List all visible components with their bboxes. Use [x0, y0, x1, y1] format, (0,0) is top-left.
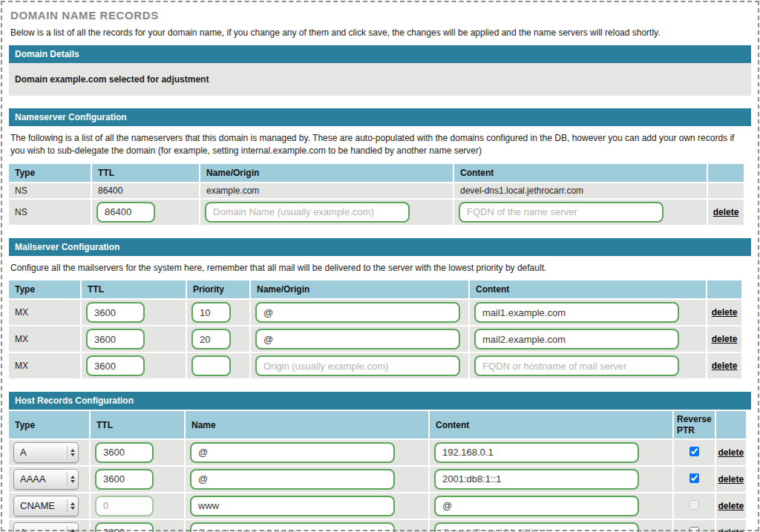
- ttl-input[interactable]: [86, 302, 145, 323]
- record-type-select[interactable]: AAAA: [13, 469, 79, 490]
- nameserver-row-readonly: NS 86400 example.com devel-dns1.local.je…: [9, 183, 744, 198]
- ttl-input[interactable]: [86, 355, 145, 376]
- ttl-input[interactable]: [95, 442, 154, 463]
- column-header-actions: [708, 164, 744, 182]
- page-title: DOMAIN NAME RECORDS: [10, 9, 751, 22]
- cell-actions: delete: [716, 520, 746, 532]
- name-input[interactable]: [190, 522, 395, 532]
- record-type-value: A: [20, 527, 65, 532]
- name-input[interactable]: [190, 442, 395, 463]
- delete-link[interactable]: delete: [718, 447, 744, 458]
- record-type-value: CNAME: [20, 500, 65, 511]
- delete-link[interactable]: delete: [713, 207, 739, 217]
- name-origin-input[interactable]: [255, 302, 460, 323]
- nameserver-header-row: Type TTL Name/Origin Content: [9, 164, 744, 182]
- name-origin-input[interactable]: [205, 202, 410, 223]
- delete-link[interactable]: delete: [718, 474, 744, 485]
- host-record-row: CNAME delete: [9, 493, 746, 519]
- record-type-value: A: [20, 447, 65, 458]
- column-header-content: Content: [470, 280, 706, 298]
- content-input[interactable]: [434, 522, 639, 532]
- nameserver-row-editable: NS delete: [9, 200, 744, 225]
- domain-selected-message: Domain example.com selected for adjustme…: [9, 63, 751, 96]
- ttl-input[interactable]: [86, 329, 145, 349]
- select-stepper-icon: [71, 529, 75, 532]
- cell-content: [430, 467, 672, 492]
- cell-reverse-ptr: [674, 493, 715, 519]
- column-header-actions: [716, 411, 746, 439]
- cell-name: [186, 520, 428, 532]
- host-record-row: A delete: [9, 440, 746, 465]
- content-input[interactable]: [434, 496, 639, 516]
- record-type-select[interactable]: CNAME: [13, 496, 79, 516]
- mailserver-row: MX delete: [9, 300, 741, 325]
- content-input[interactable]: [474, 329, 679, 349]
- record-type-select[interactable]: A: [13, 522, 79, 532]
- reverse-ptr-checkbox[interactable]: [689, 527, 699, 532]
- nameserver-description: The following is a list of all the names…: [10, 132, 749, 158]
- name-origin-input[interactable]: [255, 329, 460, 349]
- content-input[interactable]: [474, 302, 679, 323]
- cell-type: MX: [9, 326, 80, 352]
- cell-ttl: [91, 493, 184, 519]
- mailserver-header-row: Type TTL Priority Name/Origin Content: [9, 280, 741, 298]
- delete-link[interactable]: delete: [718, 528, 744, 532]
- mailserver-row: MX delete: [9, 326, 741, 352]
- nameserver-table: Type TTL Name/Origin Content NS 86400 ex…: [7, 162, 745, 226]
- column-header-name-origin: Name/Origin: [200, 164, 453, 182]
- cell-ttl: [91, 520, 184, 532]
- cell-ttl: [92, 200, 199, 225]
- host-records-section: Host Records Configuration Type TTL Name…: [9, 392, 751, 532]
- cell-type: MX: [9, 353, 80, 378]
- cell-content: [430, 520, 672, 532]
- delete-link[interactable]: delete: [718, 501, 744, 511]
- content-input[interactable]: [434, 469, 639, 490]
- column-header-content: Content: [454, 164, 707, 182]
- name-input[interactable]: [190, 469, 395, 490]
- cell-type: A: [9, 520, 89, 532]
- name-origin-input[interactable]: [255, 355, 460, 376]
- content-input[interactable]: [434, 442, 639, 463]
- cell-type: A: [9, 440, 89, 465]
- content-input[interactable]: [474, 355, 679, 376]
- cell-actions: delete: [707, 300, 741, 325]
- priority-input[interactable]: [191, 329, 231, 349]
- ttl-input[interactable]: [96, 202, 155, 223]
- cell-type: NS: [9, 183, 91, 198]
- reverse-ptr-checkbox[interactable]: [689, 447, 699, 456]
- cell-name: [186, 493, 428, 519]
- cell-content: [430, 493, 672, 519]
- host-record-row: A delete: [9, 520, 746, 532]
- column-header-actions: [707, 280, 741, 298]
- content-input[interactable]: [459, 202, 664, 223]
- cell-content: [430, 440, 672, 465]
- ttl-input[interactable]: [95, 469, 154, 490]
- column-header-type: Type: [9, 411, 89, 439]
- cell-priority: [187, 300, 249, 325]
- cell-ttl: [82, 353, 186, 378]
- name-input[interactable]: [190, 496, 395, 516]
- delete-link[interactable]: delete: [712, 307, 738, 318]
- cell-type: AAAA: [9, 467, 89, 492]
- cell-reverse-ptr: [674, 440, 715, 465]
- cell-content: [470, 326, 706, 352]
- priority-input[interactable]: [191, 302, 231, 323]
- ttl-input[interactable]: [95, 522, 154, 532]
- reverse-ptr-checkbox[interactable]: [689, 473, 699, 483]
- cell-actions: delete: [716, 493, 746, 519]
- page-content: DOMAIN NAME RECORDS Below is a list of a…: [0, 0, 760, 532]
- domain-details-header: Domain Details: [9, 45, 751, 63]
- cell-type: MX: [9, 300, 80, 325]
- record-type-select[interactable]: A: [13, 442, 79, 463]
- column-header-ttl: TTL: [82, 280, 186, 298]
- cell-name-origin: [200, 200, 453, 225]
- column-header-priority: Priority: [187, 280, 249, 298]
- cell-name-origin: [251, 353, 468, 378]
- delete-link[interactable]: delete: [712, 334, 738, 344]
- cell-name: [186, 440, 428, 465]
- delete-link[interactable]: delete: [712, 361, 738, 371]
- cell-ttl: 86400: [92, 183, 199, 198]
- cell-content: devel-dns1.local.jethrocarr.com: [454, 183, 707, 198]
- priority-input[interactable]: [191, 355, 231, 376]
- cell-actions: delete: [716, 467, 746, 492]
